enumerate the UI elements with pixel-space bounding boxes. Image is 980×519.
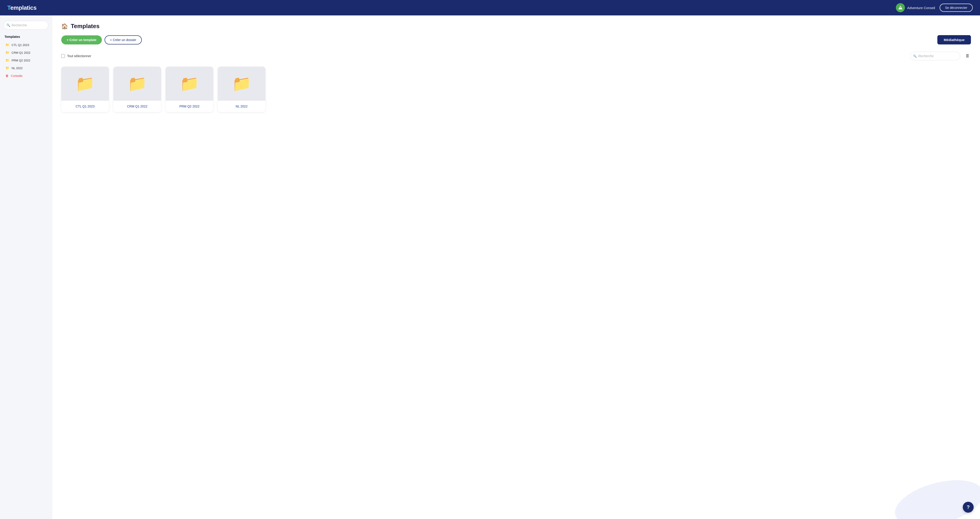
sidebar-item-label: PRM Q2 2022 bbox=[11, 59, 30, 62]
logo-t: T bbox=[7, 4, 10, 11]
folders-grid: 📁 CTL Q1 2023 📁 CRM Q1 2022 📁 bbox=[61, 67, 266, 112]
search-filter-input[interactable] bbox=[910, 52, 960, 60]
filter-row: Tout sélectionner 🔍 ≣ bbox=[61, 52, 971, 60]
main-layout: 🔍 Templates 📁 CTL Q1 2023 📁 CRM Q1 2022 … bbox=[0, 16, 980, 519]
sidebar-item-prm-q2-2022[interactable]: 📁 PRM Q2 2022 bbox=[4, 57, 48, 64]
trash-label: Corbeille bbox=[11, 74, 22, 78]
svg-point-1 bbox=[900, 7, 901, 8]
folder-card-ctl-q1-2023[interactable]: 📁 CTL Q1 2023 bbox=[61, 67, 109, 112]
user-info: Adventure Conseil bbox=[896, 3, 935, 12]
main-content: 🏠 Templates + Créer un template + Créer … bbox=[52, 16, 980, 519]
folder-card-top: 📁 bbox=[218, 67, 266, 101]
sidebar-item-ctl-q1-2023[interactable]: 📁 CTL Q1 2023 bbox=[4, 41, 48, 49]
folder-icon-large: 📁 bbox=[76, 75, 95, 93]
list-view-button[interactable]: ≣ bbox=[964, 52, 971, 59]
select-all-wrapper: Tout sélectionner bbox=[61, 54, 91, 58]
sidebar-section-title: Templates bbox=[4, 35, 48, 38]
avatar bbox=[896, 3, 905, 12]
folder-card-top: 📁 bbox=[165, 67, 213, 101]
folder-card-bottom: CTL Q1 2023 bbox=[61, 101, 109, 112]
sidebar-item-nl-2022[interactable]: 📁 NL 2022 bbox=[4, 64, 48, 71]
folder-card-name: NL 2022 bbox=[236, 105, 248, 108]
folder-card-bottom: PRM Q2 2022 bbox=[165, 101, 213, 112]
help-button[interactable]: ? bbox=[963, 502, 974, 513]
sidebar-item-label: NL 2022 bbox=[11, 67, 23, 70]
create-template-button[interactable]: + Créer un template bbox=[61, 35, 102, 44]
folder-card-name: CTL Q1 2023 bbox=[76, 105, 95, 108]
folder-icon-large: 📁 bbox=[180, 75, 199, 93]
logo-text: Templatics bbox=[7, 4, 37, 11]
sidebar-item-crm-q1-2022[interactable]: 📁 CRM Q1 2022 bbox=[4, 49, 48, 56]
folder-card-crm-q1-2022[interactable]: 📁 CRM Q1 2022 bbox=[113, 67, 161, 112]
folder-card-name: PRM Q2 2022 bbox=[180, 105, 200, 108]
folder-icon: 📁 bbox=[5, 59, 9, 62]
user-name: Adventure Conseil bbox=[907, 6, 935, 10]
folder-icon-large: 📁 bbox=[128, 75, 147, 93]
sidebar-item-label: CTL Q1 2023 bbox=[11, 43, 29, 47]
list-view-icon: ≣ bbox=[966, 54, 969, 59]
folder-card-name: CRM Q1 2022 bbox=[127, 105, 147, 108]
home-icon: 🏠 bbox=[61, 23, 68, 30]
sidebar-search-icon: 🔍 bbox=[6, 23, 10, 27]
search-filter-wrapper: 🔍 bbox=[910, 52, 960, 60]
search-filter-icon: 🔍 bbox=[913, 54, 917, 58]
sidebar-search-input[interactable] bbox=[4, 21, 48, 30]
folder-card-top: 📁 bbox=[113, 67, 161, 101]
folder-icon-large: 📁 bbox=[232, 75, 251, 93]
folder-card-bottom: CRM Q1 2022 bbox=[113, 101, 161, 112]
logout-button[interactable]: Se déconnecter bbox=[940, 4, 973, 12]
folder-icon: 📁 bbox=[5, 51, 9, 54]
folder-icon: 📁 bbox=[5, 43, 9, 47]
page-title: Templates bbox=[71, 23, 100, 30]
sidebar-item-label: CRM Q1 2022 bbox=[11, 51, 30, 54]
folder-card-nl-2022[interactable]: 📁 NL 2022 bbox=[218, 67, 266, 112]
sidebar-search-wrapper: 🔍 bbox=[4, 21, 48, 30]
select-all-checkbox[interactable] bbox=[61, 54, 65, 58]
folder-card-bottom: NL 2022 bbox=[218, 101, 266, 112]
create-folder-button[interactable]: + Créer un dossier bbox=[105, 35, 142, 44]
mediatheque-button[interactable]: Médiathèque bbox=[937, 35, 971, 44]
action-row: + Créer un template + Créer un dossier M… bbox=[61, 35, 971, 44]
header-right: Adventure Conseil Se déconnecter bbox=[896, 3, 973, 12]
logo: Templatics bbox=[7, 4, 37, 11]
help-icon: ? bbox=[967, 504, 970, 510]
header: Templatics Adventure Conseil Se déconnec… bbox=[0, 0, 980, 16]
folder-card-prm-q2-2022[interactable]: 📁 PRM Q2 2022 bbox=[165, 67, 213, 112]
sidebar-item-trash[interactable]: 🗑 Corbeille bbox=[4, 72, 48, 79]
folder-card-top: 📁 bbox=[61, 67, 109, 101]
page-title-row: 🏠 Templates bbox=[61, 23, 971, 30]
select-all-label: Tout sélectionner bbox=[67, 54, 91, 58]
sidebar: 🔍 Templates 📁 CTL Q1 2023 📁 CRM Q1 2022 … bbox=[0, 16, 52, 519]
folder-icon: 📁 bbox=[5, 66, 9, 70]
trash-icon: 🗑 bbox=[5, 74, 9, 78]
